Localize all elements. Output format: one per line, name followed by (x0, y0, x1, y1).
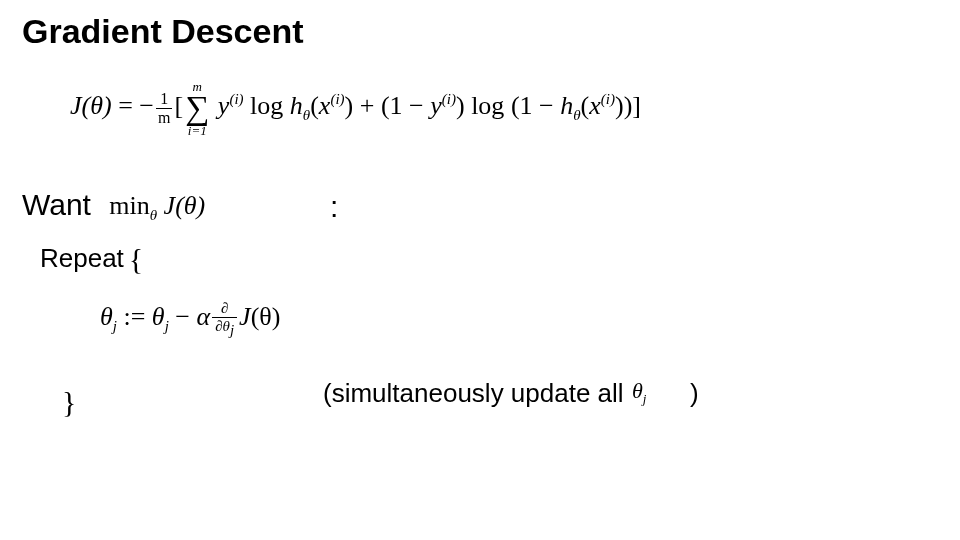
want-label: Want (22, 188, 91, 222)
j-arg: (θ) (175, 191, 205, 220)
h2-x: x(i) (589, 91, 615, 120)
summation: m∑i=1 (185, 80, 209, 137)
neg-sign: − (139, 91, 154, 120)
cost-lhs: J(θ) (70, 91, 112, 120)
one-minus-y-close: ) (456, 91, 465, 120)
note-theta: θj (632, 378, 646, 407)
alpha: α (196, 302, 210, 331)
y-term: y(i) (218, 91, 244, 120)
log2: log (465, 91, 511, 120)
theta-lhs: θj (100, 302, 117, 331)
frac-num: 1 (156, 90, 172, 109)
right-bracket: ] (632, 91, 641, 120)
repeat-label: Repeat (40, 243, 124, 273)
want-colon: : (330, 190, 338, 224)
h2-close: ) (615, 91, 624, 120)
one-over-m: 1m (156, 90, 172, 127)
slide: Gradient Descent J(θ) = −1m[m∑i=1 y(i) l… (0, 0, 960, 540)
simultaneous-note: (simultaneously update all (323, 378, 624, 409)
assign: := (117, 302, 152, 331)
note-close-paren: ) (690, 378, 699, 409)
h1: hθ (290, 91, 310, 120)
partial-den: ∂θj (212, 318, 237, 339)
one-minus-y-y: y(i) (430, 91, 456, 120)
h1-x: x(i) (319, 91, 345, 120)
plus: + (353, 91, 381, 120)
left-bracket: [ (174, 91, 183, 120)
j-cost-arg: (θ) (251, 302, 281, 331)
one-minus-y-open: (1 − (381, 91, 430, 120)
j-cost: J (239, 302, 251, 331)
log2-close: ) (624, 91, 633, 120)
frac-den: m (156, 109, 172, 127)
sum-lower: i=1 (185, 124, 209, 137)
update-rule: θj := θj − α∂∂θjJ(θ) (100, 300, 280, 339)
log1: log (244, 91, 290, 120)
log2-open: (1 − (511, 91, 560, 120)
min-sub: θ (150, 207, 157, 223)
slide-title: Gradient Descent (22, 12, 304, 51)
h1-close: ) (345, 91, 354, 120)
minus: − (169, 302, 197, 331)
eq-sign: = (112, 91, 140, 120)
j-func: J (164, 191, 176, 220)
min-text: min (109, 191, 149, 220)
h2: hθ (560, 91, 580, 120)
theta-rhs: θj (152, 302, 169, 331)
want-math: minθ J(θ) (109, 191, 205, 220)
partial-num: ∂ (212, 300, 237, 318)
h1-open: ( (310, 91, 319, 120)
repeat-line: Repeat{ (40, 242, 143, 276)
h2-open: ( (581, 91, 590, 120)
want-line: Want minθ J(θ) (22, 188, 205, 224)
cost-function-formula: J(θ) = −1m[m∑i=1 y(i) log hθ(x(i)) + (1 … (70, 80, 641, 137)
sigma-icon: ∑ (185, 93, 209, 124)
partial-frac: ∂∂θj (212, 300, 237, 339)
close-brace: } (62, 385, 76, 419)
open-brace: { (129, 242, 143, 275)
